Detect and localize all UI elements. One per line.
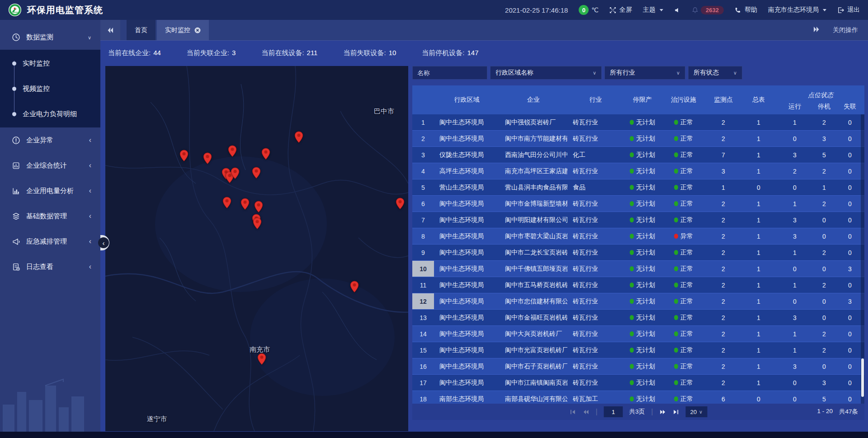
- status-dot-green: [674, 136, 678, 141]
- sidebar-item-log-view[interactable]: 日志查看: [0, 254, 100, 279]
- cell-company: 阆中市金福旺页岩机砖: [500, 310, 567, 325]
- tab-realtime-monitoring[interactable]: 实时监控: [157, 20, 209, 40]
- theme-dropdown[interactable]: 主题: [643, 6, 663, 14]
- org-dropdown[interactable]: 南充市生态环境局: [768, 6, 826, 14]
- help-button[interactable]: 帮助: [735, 6, 757, 14]
- sidebar-item-data-monitoring[interactable]: 数据监测: [0, 24, 100, 50]
- table-row[interactable]: 16阆中生态环境局阆中市石子页岩机砖厂砖瓦行业无计划正常21300: [412, 358, 864, 375]
- sidebar-item-enterprise-power-analysis[interactable]: 企业用电量分析: [0, 178, 100, 203]
- table-row[interactable]: 18南部生态环境局南部县砚华山河有限公砖瓦加工无计划正常60050: [412, 391, 864, 404]
- sidebar-subitem-enterprise-power-load-detail[interactable]: 企业电力负荷明细: [0, 101, 100, 127]
- industry-filter-value: 所有行业: [610, 69, 635, 77]
- mute-button[interactable]: [674, 7, 681, 14]
- table-row[interactable]: 11阆中生态环境局阆中市五马桥页岩机砖砖瓦行业无计划正常21120: [412, 277, 864, 293]
- cell-company: 阆中大兴页岩机砖厂: [500, 326, 567, 342]
- map-pin[interactable]: [261, 148, 270, 160]
- cell-stopped: 0: [813, 261, 835, 277]
- map-pin[interactable]: [179, 150, 189, 162]
- map-pin[interactable]: [257, 353, 266, 365]
- table-row[interactable]: 12阆中生态环境局阆中市忠信建材有限公砖瓦行业无计划正常21003: [412, 293, 864, 310]
- table-row[interactable]: 13阆中生态环境局阆中市金福旺页岩机砖砖瓦行业无计划正常21300: [412, 310, 864, 326]
- map-pin[interactable]: [228, 145, 237, 157]
- first-page-button[interactable]: [570, 409, 576, 415]
- chevron-down-icon: [823, 9, 826, 11]
- fullscreen-icon: [609, 7, 616, 14]
- chevron-down-icon: [660, 9, 663, 11]
- table-scrollbar[interactable]: [861, 114, 864, 404]
- map-pin[interactable]: [203, 152, 212, 165]
- cell-company: 阆中市五马桥页岩机砖: [500, 277, 567, 293]
- map-pin[interactable]: [253, 217, 262, 230]
- logout-button[interactable]: 退出: [837, 6, 860, 14]
- last-page-button[interactable]: [672, 409, 679, 415]
- status-dot-green: [674, 364, 678, 369]
- cell-total-meters: 1: [741, 326, 777, 342]
- notification-badge[interactable]: 2632: [701, 6, 724, 14]
- map-pin[interactable]: [241, 198, 250, 210]
- cell-monitor-points: 2: [706, 277, 741, 293]
- status-filter-select[interactable]: 所有状态: [688, 66, 742, 80]
- map-pin[interactable]: [231, 167, 240, 179]
- table-row[interactable]: 7阆中生态环境局阆中明阳建材有限公司砖瓦行业无计划正常21300: [412, 212, 864, 228]
- sidebar-item-basic-data-management[interactable]: 基础数据管理: [0, 203, 100, 229]
- table-row[interactable]: 1阆中生态环境局阆中强锐页岩砖厂砖瓦行业无计划正常21120: [412, 114, 864, 131]
- page-number-input[interactable]: [604, 406, 623, 417]
- close-operations-button[interactable]: 关闭操作: [833, 26, 858, 34]
- tabs-scroll-right-button[interactable]: [813, 26, 820, 34]
- map-pin[interactable]: [254, 201, 263, 213]
- fullscreen-button[interactable]: 全屏: [609, 6, 632, 14]
- table-row[interactable]: 14阆中生态环境局阆中大兴页岩机砖厂砖瓦行业无计划正常21120: [412, 326, 864, 342]
- sidebar-subitem-realtime-monitoring[interactable]: 实时监控: [0, 51, 100, 76]
- sidebar-subitem-video-monitoring[interactable]: 视频监控: [0, 76, 100, 101]
- cell-monitor-points: 2: [706, 310, 741, 325]
- column-header: 停限产: [624, 85, 661, 114]
- status-text: 无计划: [636, 200, 655, 208]
- map-pin[interactable]: [252, 167, 261, 179]
- sidebar-item-enterprise-comprehensive-stats[interactable]: 企业综合统计: [0, 153, 100, 178]
- cell-region: 阆中生态环境局: [434, 228, 500, 244]
- row-index: 10: [412, 261, 434, 277]
- status-text: 无计划: [636, 281, 655, 289]
- status-dot-green: [630, 299, 634, 304]
- map-pin[interactable]: [396, 198, 405, 210]
- sidebar-item-enterprise-abnormal[interactable]: 企业异常: [0, 127, 100, 153]
- table-row[interactable]: 6阆中生态环境局阆中市金博瑞新型墙材砖瓦行业无计划正常21120: [412, 196, 864, 212]
- table-row[interactable]: 9阆中生态环境局阆中市二龙长宝页岩砖砖瓦行业无计划正常21120: [412, 245, 864, 261]
- sidebar-item-emergency-reduction-management[interactable]: 应急减排管理: [0, 229, 100, 254]
- table-row[interactable]: 2阆中生态环境局阆中市南方节能建材有砖瓦行业无计划正常21030: [412, 131, 864, 147]
- cell-region: 阆中生态环境局: [434, 293, 500, 309]
- next-page-button[interactable]: [659, 409, 666, 415]
- region-filter-select[interactable]: 行政区域名称: [490, 66, 602, 80]
- tab-home[interactable]: 首页: [127, 20, 156, 40]
- cell-offline: 0: [835, 212, 864, 228]
- table-row[interactable]: 8阆中生态环境局阆中市枣碧大梁山页岩砖瓦行业无计划异常21300: [412, 228, 864, 245]
- tabs-scroll-left-button[interactable]: [100, 20, 120, 40]
- close-tab-icon[interactable]: [194, 27, 201, 33]
- map-pin[interactable]: [222, 197, 231, 209]
- map-pin[interactable]: [294, 131, 303, 143]
- map-pin[interactable]: [350, 281, 359, 293]
- status-text: 无计划: [636, 249, 655, 257]
- page-size-select[interactable]: 20: [685, 406, 707, 417]
- status-dot-green: [630, 315, 634, 320]
- table-row[interactable]: 5营山生态环境局营山县润丰肉食品有限食品无计划正常10010: [412, 179, 864, 196]
- map-panel[interactable]: 巴中市南充市遂宁市: [105, 66, 408, 431]
- prev-page-button[interactable]: [583, 409, 590, 415]
- status-text: 正常: [680, 297, 693, 306]
- table-row[interactable]: 4高坪生态环境局南充市高坪区王家店建砖瓦行业无计划正常31220: [412, 163, 864, 179]
- industry-filter-select[interactable]: 所有行业: [604, 66, 685, 80]
- cell-industry: 砖瓦行业: [567, 163, 624, 179]
- status-dot-green: [630, 136, 634, 141]
- row-index: 13: [412, 310, 434, 325]
- chevron-down-icon: [699, 409, 703, 415]
- notification-area[interactable]: 2632: [692, 6, 724, 14]
- cell-monitor-points: 2: [706, 342, 741, 358]
- table-row[interactable]: 17阆中生态环境局阆中市江南镇阆南页岩砖瓦行业无计划正常21030: [412, 375, 864, 391]
- table-row[interactable]: 10阆中生态环境局阆中千佛镇五郎垭页岩砖瓦行业无计划正常21003: [412, 261, 864, 277]
- scrollbar-thumb[interactable]: [861, 358, 864, 397]
- status-text: 无计划: [636, 314, 655, 322]
- chevron-down-icon: [676, 70, 680, 76]
- table-row[interactable]: 3仪陇生态环境局西南油气田分公司川中化工无计划正常71350: [412, 147, 864, 163]
- table-row[interactable]: 15阆中生态环境局阆中市光富页岩机砖厂砖瓦行业无计划正常21120: [412, 342, 864, 358]
- name-filter-input[interactable]: [412, 66, 487, 80]
